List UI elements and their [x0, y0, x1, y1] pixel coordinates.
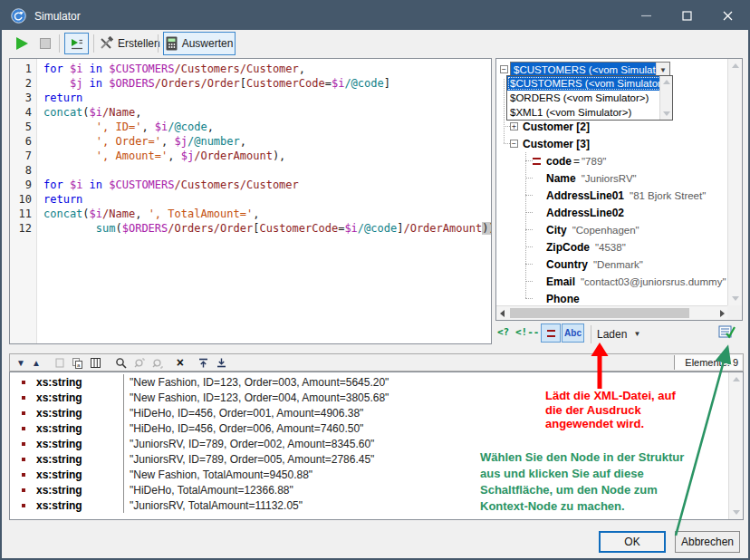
- results-vertical-scrollbar[interactable]: [728, 372, 743, 519]
- code-token: [43, 121, 96, 133]
- next-result-button[interactable]: ▼: [16, 358, 25, 368]
- scroll-down-icon[interactable]: [733, 510, 740, 515]
- code-token: ,: [135, 106, 141, 119]
- code-token: ,: [161, 135, 174, 148]
- cancel-button[interactable]: Abbrechen: [675, 531, 740, 553]
- scroll-left-icon[interactable]: [500, 310, 505, 317]
- code-line[interactable]: ', Amount=', $j/OrderAmount),: [43, 150, 491, 164]
- dropdown-scrollbar[interactable]: [659, 76, 672, 120]
- code-line[interactable]: for $i in $CUSTOMERS/Customers/Customer: [43, 179, 491, 193]
- previous-result-button[interactable]: ▲: [32, 358, 41, 368]
- scroll-up-icon[interactable]: [663, 80, 670, 84]
- code-line[interactable]: ', Order=', $j/@number,: [43, 135, 491, 150]
- dropdown-option[interactable]: $XML1 (<vom Simulator>): [507, 105, 672, 120]
- run-button[interactable]: [16, 30, 28, 57]
- tree-node-name: Country: [546, 258, 588, 271]
- stop-button[interactable]: [40, 30, 51, 57]
- expand-icon[interactable]: +: [510, 122, 518, 130]
- scroll-to-bottom-button[interactable]: [216, 357, 227, 369]
- code-line[interactable]: return: [43, 92, 491, 106]
- laden-button[interactable]: Laden ▼: [597, 325, 640, 343]
- code-line[interactable]: $j in $ORDERS/Orders/Order[CustomerCode=…: [43, 77, 491, 92]
- code-line[interactable]: [43, 164, 491, 179]
- tree-node-value: "Copenhagen": [572, 225, 639, 236]
- scrollbar-thumb[interactable]: [510, 308, 689, 318]
- tree-node-value: "81 Bjork Street": [630, 190, 706, 201]
- line-number: 2: [10, 77, 36, 92]
- erstellen-button[interactable]: Erstellen: [99, 30, 160, 57]
- code-token: in: [82, 63, 109, 75]
- code-token: /@number: [188, 135, 240, 148]
- scroll-up-icon[interactable]: [732, 63, 739, 68]
- annotation-load-note: Lädt die XML-Datei, auf die der Ausdruck…: [545, 389, 676, 431]
- tree-node-country[interactable]: Country"Denmark": [496, 256, 726, 273]
- close-button[interactable]: [707, 2, 748, 30]
- find-button[interactable]: [115, 357, 127, 369]
- code-token: ,: [240, 135, 246, 148]
- scroll-down-icon[interactable]: [732, 296, 739, 301]
- show-comments-toggle[interactable]: <!--: [515, 326, 540, 338]
- dropdown-option[interactable]: $CUSTOMERS (<vom Simulator>): [507, 76, 672, 91]
- find-next-button[interactable]: [151, 357, 163, 369]
- code-token: /Name: [102, 106, 135, 119]
- auswerten-button[interactable]: Auswerten: [163, 32, 236, 55]
- tree-node-code[interactable]: code = "789": [496, 152, 726, 169]
- tree-node-name[interactable]: Name"JuniorsRV": [496, 169, 726, 187]
- ok-button[interactable]: OK: [599, 531, 666, 553]
- tree-node-addressline01[interactable]: AddressLine01"81 Bjork Street": [496, 187, 726, 204]
- line-number: 12: [10, 222, 36, 237]
- maximize-button[interactable]: [667, 2, 707, 30]
- tree-node-zipcode[interactable]: ZipCode"4538": [496, 238, 726, 256]
- result-value: "HiDeHo, ID=456, Order=001, Amount=4906.…: [124, 407, 363, 420]
- show-text-toggle[interactable]: Abc: [562, 323, 584, 343]
- dropdown-option[interactable]: $ORDERS (<vom Simulator>): [507, 91, 672, 105]
- tree-node-email[interactable]: Email"contact03@juniorsrus.dummy": [496, 273, 726, 290]
- code-line[interactable]: concat($i/Name, ', TotalAmount=',: [43, 208, 491, 222]
- minimize-button[interactable]: [626, 2, 667, 30]
- tree-node-customer-3-[interactable]: −Customer [3]: [496, 135, 726, 152]
- code-line[interactable]: concat($i/Name,: [43, 106, 491, 121]
- code-line[interactable]: for $i in $CUSTOMERS/Customers/Customer,: [43, 63, 491, 77]
- clear-results-button[interactable]: ×: [177, 356, 184, 369]
- code-line[interactable]: sum($ORDERS/Orders/Order[CustomerCode=$i…: [43, 222, 491, 237]
- line-number: 7: [10, 150, 36, 164]
- tree-leader: [525, 281, 533, 282]
- result-value: "HiDeHo, ID=456, Order=006, Amount=7460.…: [124, 422, 363, 435]
- auto-evaluate-toggle[interactable]: [64, 33, 89, 54]
- set-context-node-button[interactable]: [718, 323, 736, 341]
- scroll-down-icon[interactable]: [663, 111, 670, 116]
- result-type: xs:string: [36, 438, 123, 450]
- scroll-right-icon[interactable]: [720, 310, 725, 317]
- tree-node-addressline02[interactable]: AddressLine02: [496, 204, 726, 221]
- code-line[interactable]: ', ID=', $i/@code,: [43, 121, 491, 135]
- code-lines[interactable]: for $i in $CUSTOMERS/Customers/Customer,…: [38, 59, 491, 343]
- tree-horizontal-scrollbar[interactable]: [496, 305, 728, 320]
- code-line[interactable]: return: [43, 193, 491, 208]
- show-processing-instructions-toggle[interactable]: <?: [497, 326, 509, 338]
- result-bullet-icon: [22, 488, 25, 492]
- code-token: /Orders/Order: [155, 77, 240, 90]
- pi-icon: <?: [497, 326, 509, 338]
- annotation-line: Wählen Sie den Node in der Struktur: [480, 449, 684, 466]
- find-previous-button[interactable]: [133, 357, 145, 369]
- expression-editor[interactable]: 123456789101112 for $i in $CUSTOMERS/Cus…: [9, 58, 492, 344]
- scroll-to-top-button[interactable]: [197, 357, 209, 369]
- code-token: ', ID=': [96, 121, 142, 133]
- collapse-icon[interactable]: −: [510, 140, 518, 148]
- copy-line-button[interactable]: [54, 357, 65, 369]
- tree-node-city[interactable]: City"Copenhagen": [496, 221, 726, 238]
- tree-root-collapse-icon[interactable]: −: [500, 65, 508, 73]
- code-token: $i: [90, 106, 102, 119]
- scroll-up-icon[interactable]: [733, 377, 740, 381]
- show-attributes-toggle[interactable]: [541, 323, 561, 343]
- tree-node-name: Customer [2]: [523, 121, 590, 133]
- code-token: $i: [155, 121, 168, 133]
- code-token: $CUSTOMERS: [109, 179, 174, 191]
- result-value: "New Fashion, ID=123, Order=003, Amount=…: [124, 376, 389, 389]
- copy-as-table-button[interactable]: [90, 357, 101, 369]
- tree-vertical-scrollbar[interactable]: [727, 59, 742, 305]
- code-token: ,: [207, 121, 214, 133]
- copy-all-button[interactable]: a: [72, 357, 83, 369]
- result-row[interactable]: xs:string"New Fashion, ID=123, Order=003…: [11, 374, 727, 390]
- result-bullet-icon: [22, 473, 25, 477]
